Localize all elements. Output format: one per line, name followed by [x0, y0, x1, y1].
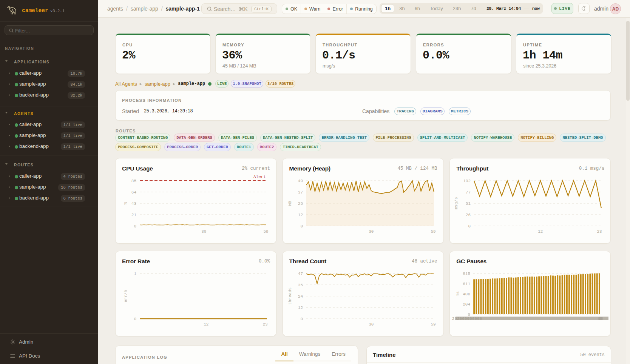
svg-text:77: 77: [466, 190, 471, 195]
svg-text:0: 0: [468, 224, 471, 229]
svg-text:23: 23: [262, 322, 267, 327]
svg-text:12: 12: [204, 322, 208, 327]
svg-text:0: 0: [134, 224, 136, 229]
svg-text:26: 26: [466, 213, 471, 217]
svg-text:2 0 2 0 0 0 0 0 0 0 0 0: 2 0 2 0 0 0 0 0 0 0 0 0: [452, 317, 482, 321]
svg-text:30: 30: [369, 229, 374, 234]
svg-text:47: 47: [298, 272, 303, 276]
svg-text:0: 0: [468, 312, 471, 317]
svg-text:MB: MB: [288, 201, 292, 206]
svg-text:37: 37: [298, 190, 303, 195]
svg-text:12: 12: [538, 229, 543, 234]
svg-text:64: 64: [131, 190, 137, 195]
svg-text:815: 815: [463, 272, 470, 276]
svg-text:43: 43: [131, 201, 136, 206]
svg-text:21: 21: [131, 213, 137, 217]
svg-text:24: 24: [298, 294, 303, 299]
svg-text:12: 12: [298, 213, 303, 217]
svg-text:ms: ms: [456, 291, 460, 296]
svg-text:%: %: [124, 202, 128, 204]
svg-text:Alert: Alert: [253, 175, 266, 179]
svg-text:51: 51: [466, 201, 471, 206]
svg-text:12: 12: [298, 306, 303, 310]
svg-text:0: 0: [300, 317, 303, 321]
svg-text:611: 611: [463, 282, 470, 286]
svg-text:threads: threads: [288, 287, 292, 305]
svg-text:102: 102: [463, 179, 471, 183]
svg-text:0: 0: [134, 317, 136, 321]
svg-text:59: 59: [431, 229, 435, 234]
svg-text:408: 408: [463, 292, 470, 296]
svg-text:59: 59: [431, 322, 435, 327]
svg-text:23: 23: [597, 229, 602, 234]
svg-text:msg/s: msg/s: [454, 197, 459, 209]
svg-text:30: 30: [369, 322, 374, 327]
svg-text:59: 59: [263, 229, 268, 234]
svg-text:err/h: err/h: [124, 290, 128, 302]
svg-text:1: 1: [134, 272, 136, 276]
svg-text:85: 85: [131, 179, 136, 183]
svg-text:0: 0: [300, 224, 303, 229]
svg-text:204: 204: [463, 302, 470, 307]
svg-text:35: 35: [298, 283, 303, 287]
svg-text:25: 25: [298, 201, 303, 206]
svg-text:30: 30: [201, 229, 206, 234]
svg-text:49: 49: [298, 179, 303, 183]
